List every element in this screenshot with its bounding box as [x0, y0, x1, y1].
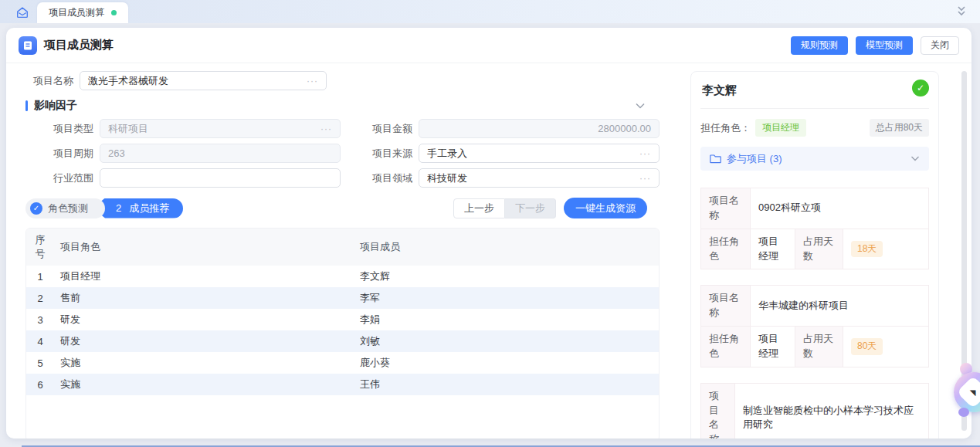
role-label: 担任角色：: [700, 121, 751, 135]
project-name-input[interactable]: 激光手术器械研发 ···: [80, 71, 327, 90]
joined-project-table: 项目名称 华丰城建的科研项目 担任角色 项目经理 占用天数 80天: [700, 285, 929, 367]
collapse-section-chevron-icon[interactable]: [635, 102, 646, 110]
step-role-predict[interactable]: ✓ 角色预测: [25, 198, 105, 218]
main-panel: 项目成员测算 规则预测 模型预测 关闭 项目名称 激光手术器械研发 ··· 影响…: [6, 28, 972, 439]
project-cycle-input[interactable]: 263: [100, 144, 341, 163]
table-row[interactable]: 5 实施 鹿小葵: [26, 352, 659, 374]
next-step-button[interactable]: 下一步: [505, 198, 556, 218]
table-row[interactable]: 4 研发 刘敏: [26, 330, 659, 352]
document-icon: [19, 36, 37, 55]
col-header-member: 项目成员: [354, 229, 659, 266]
member-detail-card: 李文辉 ✓ 担任角色： 项目经理 总占用80天 参与项目 (3) 项目: [690, 71, 939, 439]
project-amount-input[interactable]: 2800000.00: [419, 119, 660, 138]
double-chevron-down-icon[interactable]: [955, 5, 971, 20]
prev-step-button[interactable]: 上一步: [453, 198, 505, 218]
project-cycle-label: 项目周期: [25, 147, 93, 161]
role-badge: 项目经理: [755, 119, 806, 137]
folder-icon: [710, 154, 721, 164]
ellipsis-icon[interactable]: ···: [639, 148, 651, 159]
home-icon[interactable]: [11, 3, 34, 22]
ellipsis-icon: ···: [320, 124, 332, 134]
chevron-down-icon: [910, 155, 920, 162]
project-field-input[interactable]: 科技研发 ···: [419, 168, 660, 188]
days-badge: 18天: [851, 241, 883, 257]
table-row[interactable]: 2 售前 李军: [26, 287, 659, 309]
days-badge: 80天: [851, 338, 883, 354]
col-header-no: 序号: [26, 229, 54, 266]
tab-label: 项目成员测算: [49, 6, 104, 19]
close-button[interactable]: 关闭: [921, 36, 959, 55]
step-member-recommend[interactable]: 2 成员推荐: [93, 198, 183, 218]
ellipsis-icon[interactable]: ···: [307, 76, 318, 86]
project-field-label: 项目领域: [344, 171, 412, 185]
table-row[interactable]: 1 项目经理 李文辉: [26, 266, 659, 287]
industry-scope-input[interactable]: [100, 168, 341, 188]
check-icon: ✓: [30, 202, 42, 215]
joined-projects-toggle[interactable]: 参与项目 (3): [700, 147, 929, 171]
col-header-role: 项目角色: [54, 229, 354, 266]
project-type-input[interactable]: 科研项目 ···: [100, 119, 341, 138]
member-name: 李文辉: [700, 81, 929, 109]
generate-resource-button[interactable]: 一键生成资源: [564, 198, 647, 218]
page-header: 项目成员测算 规则预测 模型预测 关闭: [6, 28, 972, 63]
table-row[interactable]: 6 实施 王伟: [26, 374, 659, 395]
project-source-label: 项目来源: [344, 147, 412, 161]
tab-project-member-calc[interactable]: 项目成员测算: [37, 2, 128, 23]
table-row[interactable]: 3 研发 李娟: [26, 309, 659, 330]
project-name-label: 项目名称: [25, 74, 73, 88]
selected-check-icon: ✓: [912, 80, 929, 97]
model-predict-button[interactable]: 模型预测: [856, 36, 913, 55]
ellipsis-icon[interactable]: ···: [639, 173, 651, 184]
project-source-input[interactable]: 手工录入 ···: [419, 144, 660, 163]
industry-scope-label: 行业范围: [25, 171, 93, 185]
project-amount-label: 项目金额: [344, 122, 412, 136]
mascot-blob: [958, 408, 969, 417]
member-table: 序号 项目角色 项目成员 1 项目经理 李文辉 2 售前: [25, 228, 660, 439]
page-title: 项目成员测算: [44, 38, 114, 52]
section-title: 影响因子: [34, 99, 77, 113]
section-accent-bar: [25, 100, 28, 111]
total-days-badge: 总占用80天: [870, 119, 929, 137]
table-header-row: 序号 项目角色 项目成员: [26, 229, 659, 266]
joined-project-table: 项目名称 制造业智能质检中的小样本学习技术应用研究 担任角色 项目经理 占用天数…: [700, 383, 929, 439]
rule-predict-button[interactable]: 规则预测: [791, 36, 848, 55]
assistant-mascot-button[interactable]: ◥: [949, 363, 980, 417]
joined-project-table: 项目名称 0902科研立项 担任角色 项目经理 占用天数 18天: [700, 188, 929, 269]
project-type-label: 项目类型: [25, 122, 93, 136]
tab-active-dot: [111, 10, 117, 15]
top-tab-bar: 项目成员测算: [0, 0, 980, 23]
